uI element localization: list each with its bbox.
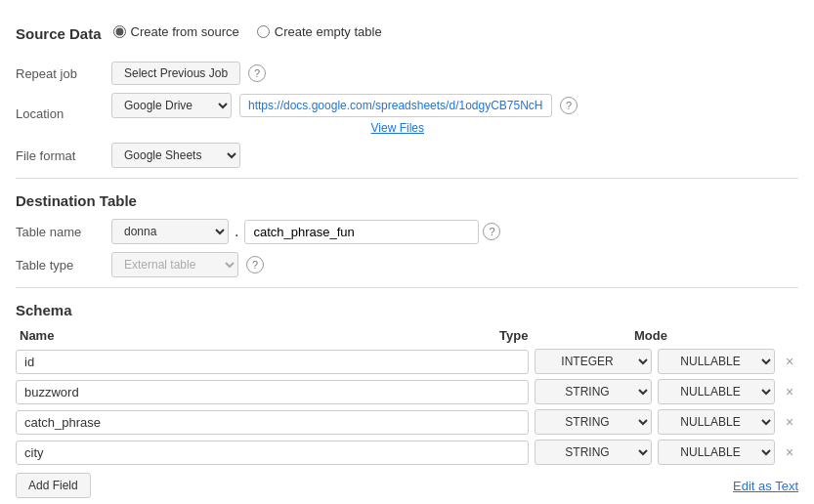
schema-row-1: STRING NULLABLE × [16,379,798,404]
schema-name-input-2[interactable] [16,410,529,435]
file-format-row: File format Google Sheets [16,143,798,168]
schema-mode-select-1[interactable]: NULLABLE [658,379,775,404]
schema-col-type-header: Type [499,328,626,343]
source-radio-group: Create from source Create empty table [113,24,382,39]
select-previous-job-button[interactable]: Select Previous Job [111,62,240,85]
schema-name-input-0[interactable] [16,350,529,374]
location-input-row: Google Drive https://docs.google.com/spr… [111,93,578,118]
schema-type-select-1[interactable]: STRING [535,379,652,404]
schema-row-2: STRING NULLABLE × [16,409,798,435]
create-empty-table-radio[interactable] [257,25,270,38]
schema-header: Name Type Mode [16,328,798,343]
table-name-row: Table name donna . ? [16,219,798,244]
section-divider-2 [16,287,798,288]
schema-delete-3[interactable]: × [781,443,798,461]
schema-mode-select-2[interactable]: NULLABLE [658,409,775,435]
schema-delete-0[interactable]: × [781,353,798,370]
section-divider-1 [16,178,798,179]
schema-col-name-header: Name [20,328,499,343]
create-from-source-label: Create from source [131,24,239,39]
schema-delete-1[interactable]: × [781,383,798,400]
table-name-label: Table name [16,225,104,239]
source-data-header: Source Data Create from source Create em… [16,12,798,52]
location-url-field[interactable]: https://docs.google.com/spreadsheets/d/1… [239,94,552,117]
location-row: Location Google Drive https://docs.googl… [16,93,798,135]
schema-section: Schema Name Type Mode INTEGER NULLABLE ×… [16,302,798,498]
schema-title: Schema [16,302,798,318]
schema-type-select-2[interactable]: STRING [535,409,652,435]
table-type-select[interactable]: External table [111,252,238,277]
schema-col-mode-header: Mode [634,328,771,343]
schema-type-select-0[interactable]: INTEGER [535,349,652,374]
view-files-link[interactable]: View Files [371,121,424,135]
view-files-row: View Files [111,120,424,135]
edit-as-text-link[interactable]: Edit as Text [733,479,798,493]
schema-type-select-3[interactable]: STRING [535,440,652,465]
schema-delete-2[interactable]: × [781,413,798,431]
table-name-input[interactable] [244,220,479,244]
create-empty-table-option[interactable]: Create empty table [257,24,382,39]
schema-mode-select-3[interactable]: NULLABLE [658,440,775,465]
file-format-select[interactable]: Google Sheets [111,143,240,168]
table-type-help-icon[interactable]: ? [246,256,264,273]
schema-footer: Add Field Edit as Text [16,473,798,498]
file-format-label: File format [16,148,104,163]
location-label: Location [16,106,104,121]
location-help-icon[interactable]: ? [560,97,578,114]
repeat-job-label: Repeat job [16,66,104,81]
location-select[interactable]: Google Drive [111,93,232,118]
add-field-button[interactable]: Add Field [16,473,91,498]
table-name-group: donna . ? [111,219,500,244]
table-type-label: Table type [16,258,104,273]
schema-name-input-1[interactable] [16,380,529,404]
schema-mode-select-0[interactable]: NULLABLE [658,349,775,374]
source-data-title: Source Data [16,25,102,42]
schema-name-input-3[interactable] [16,441,529,465]
repeat-job-help-icon[interactable]: ? [248,64,266,82]
destination-table-title: Destination Table [16,192,798,209]
location-group: Google Drive https://docs.google.com/spr… [111,93,578,135]
create-from-source-radio[interactable] [113,25,126,38]
table-name-help-icon[interactable]: ? [483,223,500,240]
dataset-select[interactable]: donna [111,219,229,244]
dot-separator: . [235,223,238,240]
create-from-source-option[interactable]: Create from source [113,24,239,39]
schema-row-3: STRING NULLABLE × [16,440,798,465]
schema-row-0: INTEGER NULLABLE × [16,349,798,374]
create-empty-table-label: Create empty table [275,24,382,39]
table-type-row: Table type External table ? [16,252,798,277]
repeat-job-row: Repeat job Select Previous Job ? [16,62,798,85]
